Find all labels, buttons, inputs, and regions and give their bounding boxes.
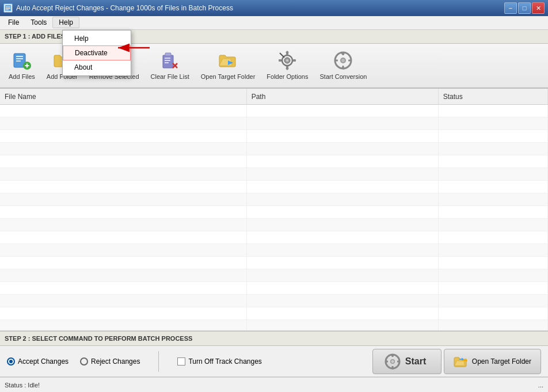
table-row xyxy=(0,117,548,130)
table-body xyxy=(0,105,548,332)
add-files-icon xyxy=(12,50,32,71)
bottom-controls: Accept Changes Reject Changes Turn Off T… xyxy=(0,346,548,377)
radio-group: Accept Changes Reject Changes Turn Off T… xyxy=(7,351,372,372)
svg-rect-8 xyxy=(16,58,23,59)
turn-off-track-changes-box xyxy=(177,357,185,366)
reject-changes-radio[interactable]: Reject Changes xyxy=(80,357,140,366)
add-files-label: Add Files xyxy=(9,73,35,81)
table-header: File Name Path Status xyxy=(0,89,548,105)
help-menu-deactivate[interactable]: Deactivate xyxy=(63,45,131,60)
table-row xyxy=(0,269,548,282)
svg-rect-23 xyxy=(165,53,171,56)
svg-rect-50 xyxy=(348,60,351,62)
svg-point-57 xyxy=(391,360,394,363)
open-folder-icon xyxy=(454,355,467,368)
start-button[interactable]: Start xyxy=(372,349,442,374)
accept-changes-radio[interactable]: Accept Changes xyxy=(7,357,68,366)
divider xyxy=(158,351,159,372)
clear-file-list-button[interactable]: Clear File List xyxy=(146,46,195,85)
start-conversion-icon xyxy=(333,50,353,71)
step2-bar: STEP 2 : SELECT COMMAND TO PERFORM BATCH… xyxy=(0,331,548,346)
table-row xyxy=(0,105,548,117)
accept-changes-radio-dot xyxy=(7,357,15,366)
minimize-button[interactable]: − xyxy=(504,2,517,14)
open-target-folder-button[interactable]: Open Target Folder xyxy=(196,46,261,85)
table-row xyxy=(0,193,548,206)
col-file-name: File Name xyxy=(0,89,246,105)
table-row xyxy=(0,295,548,307)
svg-rect-66 xyxy=(462,360,466,361)
help-menu-about[interactable]: About xyxy=(63,60,131,74)
start-label: Start xyxy=(405,356,426,367)
step2-label: STEP 2 : SELECT COMMAND TO PERFORM BATCH… xyxy=(5,335,192,342)
menu-tools[interactable]: Tools xyxy=(25,17,52,28)
menu-help[interactable]: Help xyxy=(52,17,79,28)
svg-rect-7 xyxy=(16,56,23,57)
svg-rect-26 xyxy=(165,62,169,63)
svg-rect-61 xyxy=(397,360,399,362)
menu-file[interactable]: File xyxy=(2,17,25,28)
status-text: Status : Idle! xyxy=(5,382,40,389)
table-row xyxy=(0,206,548,219)
svg-rect-34 xyxy=(279,59,281,62)
open-target-folder-bottom-label: Open Target Folder xyxy=(472,357,531,366)
table-row xyxy=(0,219,548,231)
table-row xyxy=(0,168,548,181)
svg-rect-22 xyxy=(163,55,173,68)
file-table: File Name Path Status xyxy=(0,89,548,332)
clear-file-list-label: Clear File List xyxy=(151,73,189,81)
table-row xyxy=(0,130,548,143)
start-conversion-button[interactable]: Start Conversion xyxy=(314,46,372,85)
table-row xyxy=(0,307,548,320)
table-row xyxy=(0,155,548,168)
file-list-area[interactable]: File Name Path Status xyxy=(0,89,548,332)
status-bar: Status : Idle! ... xyxy=(0,377,548,392)
main-content: File Tools Help Help Deactivate About ST… xyxy=(0,16,548,392)
clear-file-list-icon xyxy=(159,50,180,71)
reject-changes-radio-dot xyxy=(80,357,88,366)
open-target-folder-bottom-button[interactable]: Open Target Folder xyxy=(444,349,541,374)
col-path: Path xyxy=(246,89,438,105)
menu-bar: File Tools Help xyxy=(0,16,548,30)
svg-point-42 xyxy=(286,59,288,62)
table-row xyxy=(0,282,548,295)
svg-point-46 xyxy=(341,59,345,62)
app-icon xyxy=(3,3,13,13)
maximize-button[interactable]: □ xyxy=(518,2,531,14)
svg-rect-35 xyxy=(293,59,296,62)
help-menu-help[interactable]: Help xyxy=(63,32,131,45)
start-gear-icon xyxy=(385,353,401,370)
reject-changes-label: Reject Changes xyxy=(91,357,140,366)
svg-line-43 xyxy=(280,53,284,58)
title-bar: Auto Accept Reject Changes - Change 1000… xyxy=(0,0,548,16)
table-row xyxy=(0,143,548,155)
window-title: Auto Accept Reject Changes - Change 1000… xyxy=(16,4,233,12)
table-row xyxy=(0,320,548,332)
folder-options-label: Folder Options xyxy=(267,73,308,81)
turn-off-track-changes-checkbox[interactable]: Turn Off Track Changes xyxy=(177,357,261,366)
open-target-folder-icon xyxy=(218,50,238,71)
svg-rect-9 xyxy=(16,60,21,62)
status-dots: ... xyxy=(538,382,543,389)
table-row xyxy=(0,231,548,244)
close-button[interactable]: ✕ xyxy=(532,2,545,14)
svg-rect-49 xyxy=(335,60,338,62)
window-controls: − □ ✕ xyxy=(504,2,545,14)
svg-rect-24 xyxy=(165,58,170,59)
table-row xyxy=(0,257,548,269)
help-dropdown: Help Deactivate About xyxy=(62,30,131,76)
svg-rect-12 xyxy=(26,64,28,68)
svg-rect-60 xyxy=(386,360,388,362)
table-row xyxy=(0,181,548,193)
open-target-folder-label: Open Target Folder xyxy=(201,73,256,81)
folder-options-button[interactable]: Folder Options xyxy=(261,46,313,85)
folder-options-icon xyxy=(277,50,298,71)
svg-rect-25 xyxy=(165,60,170,61)
start-conversion-label: Start Conversion xyxy=(319,73,367,81)
turn-off-track-changes-label: Turn Off Track Changes xyxy=(188,357,261,366)
col-status: Status xyxy=(438,89,547,105)
add-files-button[interactable]: Add Files xyxy=(3,46,40,85)
accept-changes-label: Accept Changes xyxy=(18,357,68,366)
table-row xyxy=(0,244,548,257)
